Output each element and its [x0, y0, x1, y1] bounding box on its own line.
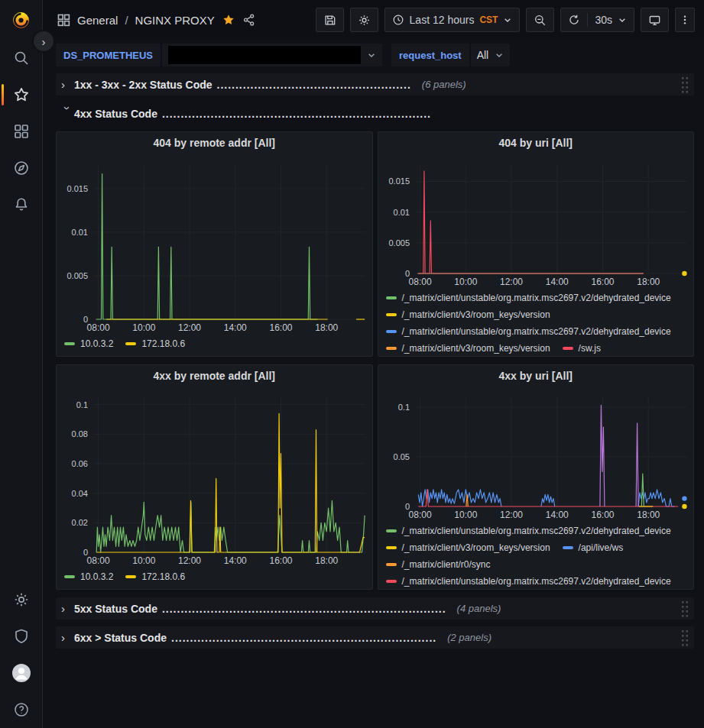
legend-swatch: [386, 296, 397, 299]
timeseries-plot[interactable]: 08:0010:0012:0014:0016:0018:0000.0050.01…: [378, 154, 694, 290]
svg-text:14:00: 14:00: [545, 277, 568, 287]
row-header-1xx-3xx-2xx[interactable]: › 1xx - 3xx - 2xx Status Code ..........…: [56, 73, 694, 95]
time-range-picker[interactable]: Last 12 hours CST: [384, 8, 521, 32]
legend-label: /_matrix/client/v3/room_keys/version: [402, 542, 550, 553]
save-dashboard-button[interactable]: [316, 8, 344, 32]
sidebar-item-alerting[interactable]: [0, 186, 42, 223]
request-host-select[interactable]: All: [471, 44, 511, 66]
svg-text:0.01: 0.01: [72, 228, 88, 237]
svg-text:0: 0: [404, 502, 409, 511]
request-host-variable-label: request_host: [391, 44, 469, 66]
row-drag-handle[interactable]: [681, 76, 689, 94]
row-drag-handle[interactable]: [681, 600, 689, 618]
sidebar-item-dashboards[interactable]: [0, 113, 42, 150]
panel-title[interactable]: 404 by uri [All]: [378, 132, 694, 154]
svg-text:0.04: 0.04: [72, 489, 88, 498]
legend-label: /sw.js: [579, 343, 601, 354]
refresh-picker[interactable]: 30s: [560, 8, 634, 32]
datasource-select[interactable]: [162, 44, 382, 66]
legend-swatch: [64, 575, 75, 578]
refresh-interval-label: 30s: [595, 14, 612, 26]
legend-item[interactable]: 172.18.0.6: [125, 335, 185, 352]
breadcrumb-dashboard-title[interactable]: NGINX PROXY: [135, 14, 215, 27]
row-header-4xx[interactable]: › 4xx Status Code ......................…: [56, 102, 694, 125]
sidebar-item-profile[interactable]: [0, 655, 42, 691]
svg-text:16:00: 16:00: [269, 555, 292, 566]
save-icon: [323, 14, 336, 27]
legend-label: 10.0.3.2: [80, 338, 113, 349]
variable-datasource: DS_PROMETHEUS: [56, 44, 382, 66]
sidebar-item-configuration[interactable]: [0, 581, 42, 618]
panel-title[interactable]: 404 by remote addr [All]: [57, 132, 372, 154]
row-header-5xx[interactable]: › 5xx Status Code ......................…: [56, 597, 694, 620]
legend-item[interactable]: /_matrix/client/v3/room_keys/version: [386, 539, 550, 556]
legend-swatch: [64, 342, 75, 345]
row-drag-handle[interactable]: [681, 629, 689, 647]
sidebar-item-help[interactable]: [0, 691, 42, 728]
svg-text:10:00: 10:00: [132, 322, 155, 333]
search-icon: [13, 50, 30, 66]
legend-item[interactable]: 10.0.3.2: [64, 568, 113, 585]
share-icon[interactable]: [242, 13, 256, 27]
legend-item[interactable]: /_matrix/client/r0/sync: [386, 556, 491, 573]
legend-swatch: [386, 347, 397, 350]
legend-item[interactable]: /api/live/ws: [563, 539, 624, 556]
legend-item[interactable]: /_matrix/client/unstable/org.matrix.msc2…: [386, 573, 671, 589]
legend-label: /_matrix/client/v3/room_keys/version: [402, 309, 550, 320]
svg-text:0.05: 0.05: [393, 452, 409, 461]
breadcrumb-folder[interactable]: General: [77, 14, 118, 27]
star-icon: [13, 86, 30, 103]
legend-item[interactable]: /_matrix/client/unstable/org.matrix.msc2…: [386, 323, 671, 340]
row-collapse-chevron-icon: ›: [61, 78, 74, 91]
timeseries-plot[interactable]: 08:0010:0012:0014:0016:0018:0000.0050.01…: [57, 154, 372, 335]
svg-text:18:00: 18:00: [637, 510, 660, 520]
legend-item[interactable]: /_matrix/client/unstable/org.matrix.msc2…: [386, 523, 671, 539]
row-panel-count: (6 panels): [422, 79, 466, 90]
sidebar-item-starred[interactable]: [0, 76, 42, 113]
legend-item[interactable]: 10.0.3.2: [64, 335, 113, 352]
dashboard-settings-button[interactable]: [350, 8, 378, 32]
grafana-logo-icon: [11, 10, 31, 31]
sidebar-item-server-admin[interactable]: [0, 618, 42, 655]
refresh-divider: [587, 13, 588, 27]
timeseries-plot[interactable]: 08:0010:0012:0014:0016:0018:0000.020.040…: [57, 387, 372, 568]
help-icon: [13, 701, 30, 718]
legend-swatch: [386, 580, 397, 583]
gear-icon: [13, 591, 30, 608]
compass-icon: [13, 160, 30, 176]
legend-item[interactable]: 172.18.0.6: [125, 568, 185, 585]
panel-title[interactable]: 4xx by uri [All]: [378, 365, 694, 387]
zoom-out-time-button[interactable]: [526, 8, 554, 32]
legend-item[interactable]: /sw.js: [563, 340, 601, 356]
legend-swatch: [386, 529, 397, 532]
svg-text:12:00: 12:00: [178, 555, 201, 566]
tv-mode-button[interactable]: [641, 8, 669, 32]
row-collapse-chevron-icon: ›: [61, 631, 74, 644]
row-title: 1xx - 3xx - 2xx Status Code: [74, 79, 212, 91]
legend-swatch: [563, 347, 573, 350]
legend-item[interactable]: /_matrix/client/v3/room_keys/version: [386, 340, 550, 356]
legend-item[interactable]: /_matrix/client/v3/room_keys/version: [386, 306, 550, 323]
svg-text:18:00: 18:00: [315, 322, 338, 333]
legend-label: /_matrix/client/unstable/org.matrix.msc2…: [402, 293, 671, 303]
svg-text:0.06: 0.06: [72, 459, 88, 468]
svg-text:10:00: 10:00: [132, 555, 155, 566]
nav-sidebar: [0, 0, 43, 728]
legend-item[interactable]: /_matrix/client/unstable/org.matrix.msc2…: [386, 290, 671, 306]
sidebar-expand-button[interactable]: ›: [32, 30, 55, 53]
svg-text:12:00: 12:00: [178, 322, 201, 333]
row-header-6xx[interactable]: › 6xx > Status Code ....................…: [56, 626, 694, 649]
panel-title[interactable]: 4xx by remote addr [All]: [57, 365, 372, 387]
sidebar-item-explore[interactable]: [0, 150, 42, 186]
legend-label: /_matrix/client/v3/room_keys/version: [402, 343, 550, 354]
svg-text:10:00: 10:00: [454, 277, 477, 287]
refresh-icon: [568, 14, 580, 26]
panel-legend: 10.0.3.2172.18.0.6: [57, 335, 372, 354]
svg-text:0.02: 0.02: [72, 518, 88, 527]
svg-text:08:00: 08:00: [408, 510, 431, 520]
kebab-menu-button[interactable]: [675, 8, 695, 32]
panel-legend: 10.0.3.2172.18.0.6: [57, 568, 372, 587]
favorite-star-icon[interactable]: [222, 13, 235, 27]
timeseries-plot[interactable]: 08:0010:0012:0014:0016:0018:0000.050.1: [378, 387, 694, 523]
panel-4xx-by-uri: 4xx by uri [All] 08:0010:0012:0014:0016:…: [378, 364, 695, 590]
